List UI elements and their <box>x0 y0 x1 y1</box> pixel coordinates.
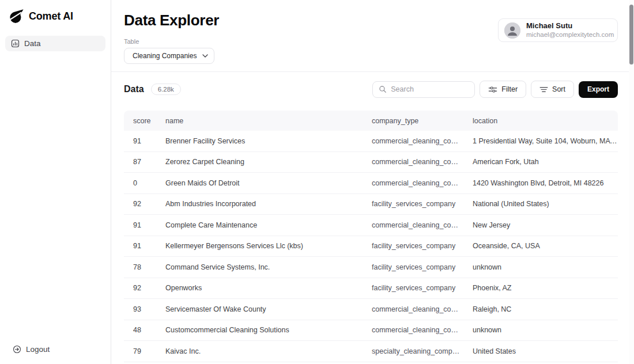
cell-score: 91 <box>124 221 156 229</box>
cell-name: Command Service Systems, Inc. <box>156 263 363 271</box>
user-name: Michael Sutu <box>526 21 614 31</box>
cell-company-type: commercial_cleaning_company <box>363 326 463 334</box>
table-row[interactable]: 91 Brenner Facility Services commercial_… <box>124 131 618 152</box>
table-row[interactable]: 79 Kaivac Inc. specialty_cleaning_compan… <box>124 341 618 362</box>
page-header: Data Explorer Table Cleaning Companies <box>111 0 634 72</box>
cell-location: National (United States) <box>463 200 618 208</box>
cell-location: Raleigh, NC <box>463 305 618 313</box>
filter-label: Filter <box>501 85 518 93</box>
cell-score: 93 <box>124 305 156 313</box>
filter-button[interactable]: Filter <box>480 81 526 98</box>
column-header-score[interactable]: score <box>124 117 156 125</box>
cell-company-type: facility_services_company <box>363 284 463 292</box>
cell-name: Servicemaster Of Wake County <box>156 305 363 313</box>
table-select-value: Cleaning Companies <box>133 52 197 60</box>
column-header-location[interactable]: location <box>463 117 618 125</box>
table-row[interactable]: 48 Customcommercial Cleaning Solutions c… <box>124 320 618 342</box>
brand-name: Comet AI <box>29 10 73 22</box>
cell-company-type: specialty_cleaning_company <box>363 347 463 355</box>
bar-chart-icon <box>11 39 20 48</box>
cell-score: 0 <box>124 179 156 187</box>
cell-score: 78 <box>124 263 156 271</box>
data-table: score name company_type location 91 Bren… <box>124 111 618 362</box>
row-count-badge: 6.28k <box>151 84 181 95</box>
table-row[interactable]: 87 Zerorez Carpet Cleaning commercial_cl… <box>124 152 618 173</box>
comet-logo-icon <box>8 9 24 24</box>
brand-logo: Comet AI <box>0 0 111 31</box>
toolbar-actions: Filter Sort Export <box>372 81 618 98</box>
table-row[interactable]: 91 Kellermeyer Bergensons Services Llc (… <box>124 236 618 257</box>
cell-score: 91 <box>124 137 156 145</box>
table-row[interactable]: 0 Green Maids Of Detroit commercial_clea… <box>124 173 618 194</box>
cell-location: New Jersey <box>463 221 618 229</box>
sidebar-item-label: Data <box>24 39 41 48</box>
cell-company-type: commercial_cleaning_company <box>363 305 463 313</box>
search-box <box>372 81 475 98</box>
cell-name: Abm Industries Incorporated <box>156 200 363 208</box>
export-button[interactable]: Export <box>579 81 618 98</box>
cell-company-type: facility_services_company <box>363 200 463 208</box>
cell-name: Kaivac Inc. <box>156 347 363 355</box>
cell-name: Zerorez Carpet Cleaning <box>156 158 363 166</box>
sidebar-spacer <box>0 51 111 345</box>
table-body: 91 Brenner Facility Services commercial_… <box>124 131 618 362</box>
cell-company-type: commercial_cleaning_company <box>363 137 463 145</box>
logout-label: Logout <box>26 345 50 354</box>
cell-company-type: facility_services_company <box>363 263 463 271</box>
cell-company-type: commercial_cleaning_company <box>363 158 463 166</box>
sort-label: Sort <box>552 85 565 93</box>
cell-company-type: commercial_cleaning_company <box>363 221 463 229</box>
chevron-down-icon <box>202 54 208 58</box>
logout-icon <box>13 345 21 354</box>
column-header-name[interactable]: name <box>156 117 363 125</box>
filter-sliders-icon <box>488 86 497 93</box>
cell-name: Brenner Facility Services <box>156 137 363 145</box>
cell-name: Openworks <box>156 284 363 292</box>
main-content: Data Explorer Table Cleaning Companies <box>111 0 634 364</box>
cell-location: United States <box>463 347 618 355</box>
sort-button[interactable]: Sort <box>531 81 574 98</box>
cell-score: 92 <box>124 284 156 292</box>
table-row[interactable]: 92 Abm Industries Incorporated facility_… <box>124 194 618 215</box>
cell-name: Customcommercial Cleaning Solutions <box>156 326 363 334</box>
sort-lines-icon <box>539 86 548 93</box>
cell-location: 1 Presidential Way, Suite 104, Woburn, M… <box>463 137 618 145</box>
cell-score: 92 <box>124 200 156 208</box>
table-row[interactable]: 92 Openworks facility_services_company P… <box>124 278 618 299</box>
sidebar: Comet AI Data Logout <box>0 0 111 364</box>
table-row[interactable]: 91 Complete Care Maintenance commercial_… <box>124 215 618 236</box>
sidebar-item-data[interactable]: Data <box>5 36 105 51</box>
cell-company-type: facility_services_company <box>363 242 463 250</box>
user-email: michael@complexitytech.com <box>526 31 614 39</box>
scrollbar-thumb[interactable] <box>629 5 633 65</box>
cell-location: unknown <box>463 326 618 334</box>
search-icon <box>379 85 387 93</box>
cell-score: 79 <box>124 347 156 355</box>
cell-company-type: commercial_cleaning_company <box>363 179 463 187</box>
user-profile-card[interactable]: Michael Sutu michael@complexitytech.com <box>498 18 618 42</box>
section-title: Data <box>124 84 144 94</box>
table-select[interactable]: Cleaning Companies <box>124 48 214 64</box>
scrollbar-track[interactable] <box>629 0 634 364</box>
column-header-company-type[interactable]: company_type <box>363 117 463 125</box>
avatar <box>504 22 520 39</box>
table-header-row: score name company_type location <box>124 111 618 131</box>
cell-name: Green Maids Of Detroit <box>156 179 363 187</box>
cell-score: 91 <box>124 242 156 250</box>
cell-location: American Fork, Utah <box>463 158 618 166</box>
logout-button[interactable]: Logout <box>0 345 111 364</box>
cell-location: Oceanside, CA, USA <box>463 242 618 250</box>
cell-name: Complete Care Maintenance <box>156 221 363 229</box>
cell-score: 87 <box>124 158 156 166</box>
cell-score: 48 <box>124 326 156 334</box>
table-row[interactable]: 78 Command Service Systems, Inc. facilit… <box>124 257 618 278</box>
cell-location: 1420 Washington Blvd, Detroit, MI 48226 <box>463 179 618 187</box>
cell-location: unknown <box>463 263 618 271</box>
cell-location: Phoenix, AZ <box>463 284 618 292</box>
table-row[interactable]: 93 Servicemaster Of Wake County commerci… <box>124 299 618 320</box>
app-window: Comet AI Data Logout Data Ex <box>0 0 634 364</box>
cell-name: Kellermeyer Bergensons Services Llc (kbs… <box>156 242 363 250</box>
search-input[interactable] <box>391 85 466 93</box>
data-toolbar: Data 6.28k <box>111 72 634 98</box>
